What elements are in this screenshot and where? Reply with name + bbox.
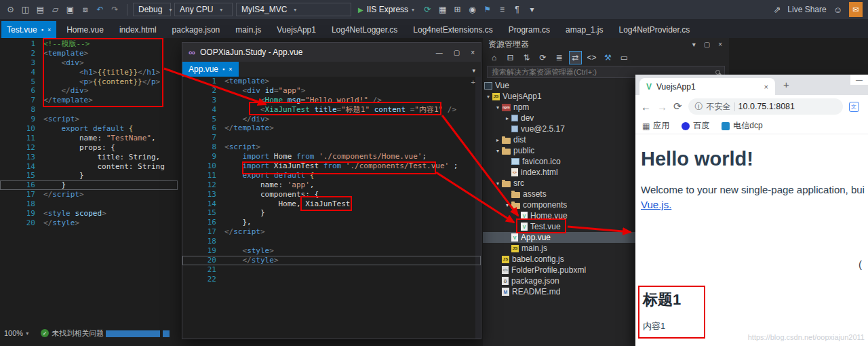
document-tab-amap-1-js[interactable]: amap_1.js [560,21,608,38]
platform-dropdown[interactable]: Any CPU ▾ [174,3,233,16]
code-line-6[interactable]: 6 </div> [0,86,178,96]
feedback-button[interactable]: ✉ [849,2,863,17]
code-line-11[interactable]: 11 name: "TestName", [0,134,178,143]
chevron-down-icon[interactable]: ▾ [484,94,492,100]
bookmark-apps-grid[interactable]: ▦应用 [642,120,669,132]
document-tab-log4netlogger-cs[interactable]: Log4NetLogger.cs [326,21,403,38]
code-line-20[interactable]: 20</style> [0,218,178,228]
code-line-4[interactable]: 4 <h1>{{title}}</h1> [0,68,178,77]
code-line-19[interactable]: 19 <style> [182,246,481,256]
document-tab-app-vue[interactable]: App.vue ▪ × [182,62,239,77]
code-line-5[interactable]: 5 <p>{{content}}</p> [0,77,178,87]
live-share-label[interactable]: Live Share [787,5,826,14]
save-all-icon[interactable]: ⧈ [79,3,92,16]
code-line-17[interactable]: 17</script> [0,190,178,199]
vue-js-link[interactable]: Vue.js. [641,199,671,210]
code-line-8[interactable]: 8<script> [182,142,481,152]
breakpoints-icon[interactable]: ◉ [466,3,479,16]
scrollbar-button[interactable] [163,330,170,337]
code-line-1[interactable]: 1<template> [182,77,481,86]
show-all-files-icon[interactable]: ⇅ [520,51,533,64]
code-line-17[interactable]: 17</script> [182,227,481,237]
address-bar[interactable]: ⓘ 不安全 10.0.75.1:8081 [688,98,843,115]
startup-project-dropdown[interactable]: MyIS4_MVC ▾ [236,3,351,16]
configuration-dropdown[interactable]: Debug ▾ [133,3,171,16]
home-icon[interactable]: ⌂ [488,51,500,64]
floating-editor-window[interactable]: ∞ OOPXiaJun.Study - App.vue — ▢ × App.vu… [182,42,481,339]
package-icon[interactable]: ▦ [436,3,449,16]
document-tab-index-html[interactable]: index.html [114,21,162,38]
preview-icon[interactable]: ▭ [618,51,631,64]
code-line-11[interactable]: 11 export default { [182,171,481,180]
document-tab-program-cs[interactable]: Program.cs [503,21,555,38]
new-file-icon[interactable]: ▤ [34,3,47,16]
undo-icon[interactable]: ↶ [94,3,106,16]
code-line-13[interactable]: 13 title: String, [0,153,178,162]
code-line-15[interactable]: 15 } [182,208,481,218]
minimize-icon[interactable]: — [436,49,443,56]
browser-tab[interactable]: V VuejsApp1 × [639,78,775,95]
code-line-9[interactable]: 9 import Home from './components/Home.vu… [182,152,481,161]
health-check-icon[interactable]: ✓ [41,329,49,337]
test-vue-code[interactable]: 1<!--模版-->2<template>3 <div>4 <h1>{{titl… [0,39,178,228]
chevron-down-icon[interactable]: ▾ [494,104,502,111]
translate-icon[interactable]: 文 [849,102,859,112]
horizontal-scrollbar[interactable] [106,330,160,337]
collapse-all-icon[interactable]: ≣ [553,51,566,64]
view-code-icon[interactable]: <> [585,51,598,64]
window-layout-icon[interactable]: ◫ [19,3,32,16]
code-line-10[interactable]: 10 import XiaJunTest from './components/… [182,161,481,171]
save-icon[interactable]: ▣ [64,3,77,16]
run-button[interactable]: ▶ IIS Express ▾ [355,5,418,14]
code-line-10[interactable]: 10 export default { [0,124,178,134]
code-line-14[interactable]: 14 content: String [0,162,178,172]
refresh-icon[interactable]: ⟳ [421,3,434,16]
code-line-20[interactable]: 20 </style> [182,256,481,265]
bookmark-dcp[interactable]: 电信dcp [722,120,762,132]
code-line-1[interactable]: 1<!--模版--> [0,39,178,49]
chevron-down-icon[interactable]: ▾ [472,67,481,77]
code-line-9[interactable]: 9<script> [0,115,178,124]
pin-icon[interactable]: ▪ [222,66,224,73]
code-line-22[interactable]: 22 [182,275,481,284]
code-line-16[interactable]: 16 }, [182,218,481,227]
close-icon[interactable]: × [764,83,768,91]
nav-target-icon[interactable]: ⊙ [4,3,17,16]
redo-icon[interactable]: ↷ [108,3,121,16]
code-line-14[interactable]: 14 Home, XiaJunTest [182,199,481,209]
code-line-12[interactable]: 12 props: { [0,143,178,153]
properties-page-icon[interactable]: ⊟ [504,51,517,64]
app-vue-code[interactable]: 1<template>2 <div id="app">3 <Home msg="… [182,77,481,284]
code-line-4[interactable]: 4 <XiaJunTest title="标题1" content ="内容1"… [182,105,481,115]
document-tab-main-js[interactable]: main.js [230,21,267,38]
code-line-18[interactable]: 18 [182,237,481,246]
close-icon[interactable]: × [47,26,51,33]
reload-icon[interactable]: ⟳ [673,100,682,113]
code-line-19[interactable]: 19<style scoped> [0,209,178,218]
code-line-12[interactable]: 12 name: 'app', [182,180,481,190]
code-line-3[interactable]: 3 <div> [0,58,178,68]
navigate-list-icon[interactable]: ≡ [496,3,509,16]
maximize-icon[interactable]: ▢ [454,49,460,56]
zoom-control[interactable]: 100% ▾ [4,329,28,337]
console-window-icon[interactable]: ⊞ [451,3,464,16]
tools-icon[interactable]: ⚒ [601,51,614,64]
code-line-7[interactable]: 7 [182,133,481,142]
code-line-16[interactable]: 16 } [0,180,178,190]
code-line-7[interactable]: 7</template> [0,96,178,105]
maximize-icon[interactable]: ▢ [704,41,710,48]
close-icon[interactable]: × [718,41,722,48]
code-line-15[interactable]: 15 } [0,171,178,180]
chevron-right-icon[interactable]: ▸ [503,115,511,121]
more-options-icon[interactable]: ▾ [526,3,538,16]
document-tab-vuejsapp1[interactable]: VuejsApp1 [271,21,321,38]
refresh-icon[interactable]: ⟳ [536,51,549,64]
new-tab-button[interactable]: + [783,79,789,90]
code-line-3[interactable]: 3 <Home msg="Hello world!" /> [182,96,481,105]
code-line-5[interactable]: 5 </div> [182,115,481,124]
test-vue-editor[interactable]: 1<!--模版-->2<template>3 <div>4 <h1>{{titl… [0,38,178,346]
code-line-2[interactable]: 2 <div id="app"> [182,86,481,96]
close-icon[interactable]: × [471,49,475,56]
chevron-right-icon[interactable]: ▸ [494,137,502,143]
chevron-down-icon[interactable]: ▾ [494,180,502,187]
